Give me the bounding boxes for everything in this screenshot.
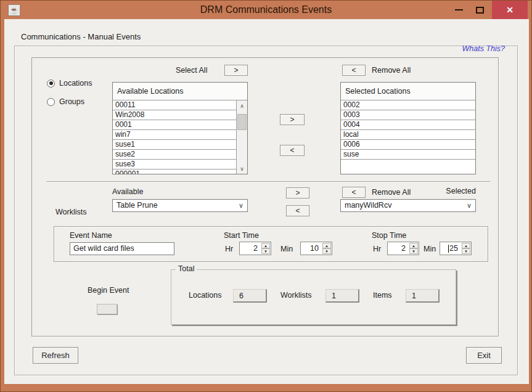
start-hr-spinner[interactable]: 2 ▲ ▼ bbox=[239, 242, 271, 255]
begin-event-button[interactable] bbox=[97, 304, 117, 314]
move-location-right-button[interactable]: > bbox=[280, 114, 305, 125]
title-bar: ☕ DRM Communications Events ✕ bbox=[1, 1, 531, 19]
list-item[interactable]: local bbox=[341, 130, 475, 140]
stop-hr-spinner[interactable]: 2 ▲ ▼ bbox=[387, 242, 419, 255]
spinner-down-icon[interactable]: ▼ bbox=[322, 248, 331, 254]
spinner-down-icon[interactable]: ▼ bbox=[409, 248, 418, 254]
total-items-label: Items bbox=[373, 291, 392, 300]
selected-worklist-dropdown[interactable]: manyWildRcv ∨ bbox=[340, 199, 476, 212]
maximize-icon bbox=[476, 7, 484, 14]
content-area: Communications - Manual Events Whats Thi… bbox=[4, 19, 529, 384]
list-item[interactable]: 0004 bbox=[341, 120, 475, 130]
move-location-left-button[interactable]: < bbox=[280, 145, 305, 156]
list-item[interactable]: suse bbox=[341, 150, 475, 160]
worklists-label: Worklists bbox=[55, 208, 86, 216]
begin-event-label: Begin Event bbox=[88, 286, 129, 295]
spinner-up-icon[interactable]: ▲ bbox=[261, 243, 270, 248]
list-item[interactable]: suse2 bbox=[113, 150, 236, 160]
scroll-up-icon[interactable]: ∧ bbox=[237, 100, 247, 111]
available-locations-header: Available Locations bbox=[113, 83, 247, 100]
total-group-box: Total Locations 6 Worklists 1 Items 1 bbox=[171, 269, 456, 325]
remove-all-locations-button[interactable]: < bbox=[342, 65, 366, 76]
spinner-up-icon[interactable]: ▲ bbox=[462, 243, 470, 248]
list-item[interactable]: suse3 bbox=[113, 160, 236, 169]
worklists-remove-all-label: Remove All bbox=[372, 188, 411, 197]
list-item[interactable]: suse1 bbox=[113, 140, 236, 150]
selected-worklist-value: manyWildRcv bbox=[345, 201, 391, 210]
total-locations-value: 6 bbox=[233, 289, 267, 303]
chevron-down-icon: ∨ bbox=[239, 200, 243, 211]
list-item[interactable]: 0002 bbox=[341, 100, 475, 110]
total-title: Total bbox=[176, 264, 197, 273]
list-item[interactable]: Win2008 bbox=[113, 110, 236, 120]
stop-min-value[interactable]: 25 bbox=[449, 244, 458, 253]
event-name-field[interactable]: Get wild card files bbox=[70, 242, 174, 255]
spinner-down-icon[interactable]: ▼ bbox=[261, 248, 270, 254]
radio-locations-label: Locations bbox=[59, 79, 92, 88]
close-button[interactable]: ✕ bbox=[492, 1, 528, 19]
list-item[interactable]: 0001 bbox=[113, 120, 236, 130]
radio-groups[interactable]: Groups bbox=[47, 97, 84, 106]
select-all-label: Select All bbox=[176, 66, 207, 75]
radio-groups-label: Groups bbox=[59, 97, 84, 106]
available-worklist-value: Table Prune bbox=[117, 201, 158, 210]
radio-locations-circle bbox=[47, 80, 55, 88]
minimize-icon bbox=[455, 9, 463, 10]
total-worklists-value: 1 bbox=[325, 289, 359, 303]
spinner-down-icon[interactable]: ▼ bbox=[462, 248, 470, 254]
minimize-button[interactable] bbox=[451, 1, 467, 19]
app-window: ☕ DRM Communications Events ✕ Communicat… bbox=[0, 0, 532, 392]
close-icon: ✕ bbox=[506, 5, 514, 15]
available-locations-table: Available Locations 00011 Win2008 0001 w… bbox=[112, 82, 248, 174]
start-hr-value[interactable]: 2 bbox=[253, 244, 258, 253]
stop-min-spinner[interactable]: 25 ▲ ▼ bbox=[440, 242, 472, 255]
worklists-selected-label: Selected bbox=[427, 187, 476, 195]
list-item[interactable]: win7 bbox=[113, 130, 236, 140]
available-locations-scrollbar[interactable]: ∧ ∨ bbox=[236, 100, 247, 174]
chevron-down-icon: ∨ bbox=[467, 200, 472, 211]
scrollbar-thumb[interactable] bbox=[237, 114, 247, 130]
event-box: Event Name Get wild card files Start Tim… bbox=[54, 226, 488, 262]
event-name-label: Event Name bbox=[70, 231, 112, 240]
start-time-label: Start Time bbox=[224, 231, 259, 240]
select-all-button[interactable]: > bbox=[224, 65, 248, 76]
spinner-up-icon[interactable]: ▲ bbox=[409, 243, 418, 248]
stop-hr-label: Hr bbox=[373, 245, 381, 253]
start-min-spinner[interactable]: 10 ▲ ▼ bbox=[300, 242, 332, 255]
page-title: Communications - Manual Events bbox=[19, 32, 142, 41]
total-worklists-label: Worklists bbox=[280, 291, 311, 300]
refresh-button[interactable]: Refresh bbox=[33, 347, 78, 364]
list-item[interactable]: 0003 bbox=[341, 110, 475, 120]
section-divider bbox=[46, 181, 490, 182]
start-min-label: Min bbox=[280, 245, 293, 253]
text-caret bbox=[448, 245, 449, 253]
radio-locations[interactable]: Locations bbox=[47, 79, 92, 88]
stop-time-label: Stop Time bbox=[372, 231, 406, 240]
selected-locations-table: Selected Locations 0002 0003 0004 local … bbox=[340, 82, 476, 174]
maximize-button[interactable] bbox=[472, 1, 488, 19]
move-worklist-right-button[interactable]: > bbox=[286, 187, 309, 198]
available-worklist-dropdown[interactable]: Table Prune ∨ bbox=[112, 199, 248, 212]
selected-locations-header: Selected Locations bbox=[341, 83, 475, 100]
stop-min-label: Min bbox=[424, 245, 436, 253]
remove-all-label: Remove All bbox=[372, 66, 411, 75]
total-items-value: 1 bbox=[406, 289, 440, 303]
stop-hr-value[interactable]: 2 bbox=[401, 244, 406, 253]
start-hr-label: Hr bbox=[225, 245, 233, 253]
list-item[interactable]: 00011 bbox=[113, 100, 236, 110]
spinner-up-icon[interactable]: ▲ bbox=[322, 243, 331, 248]
remove-all-worklists-button[interactable]: < bbox=[342, 187, 366, 198]
whats-this-link[interactable]: Whats This? bbox=[443, 44, 505, 53]
selected-locations-rows: 0002 0003 0004 local 0006 suse bbox=[341, 100, 475, 174]
main-panel: Select All > < Remove All Locations Grou… bbox=[31, 57, 499, 337]
exit-button[interactable]: Exit bbox=[466, 347, 502, 364]
worklists-available-label: Available bbox=[112, 187, 144, 196]
list-item[interactable]: 000001 bbox=[113, 169, 236, 174]
radio-groups-circle bbox=[47, 98, 55, 106]
start-min-value[interactable]: 10 bbox=[310, 244, 319, 253]
scroll-down-icon[interactable]: ∨ bbox=[237, 163, 247, 174]
list-item[interactable]: 0006 bbox=[341, 140, 475, 150]
total-locations-label: Locations bbox=[189, 291, 222, 300]
move-worklist-left-button[interactable]: < bbox=[286, 205, 309, 216]
available-locations-rows: 00011 Win2008 0001 win7 suse1 suse2 suse… bbox=[113, 100, 236, 174]
